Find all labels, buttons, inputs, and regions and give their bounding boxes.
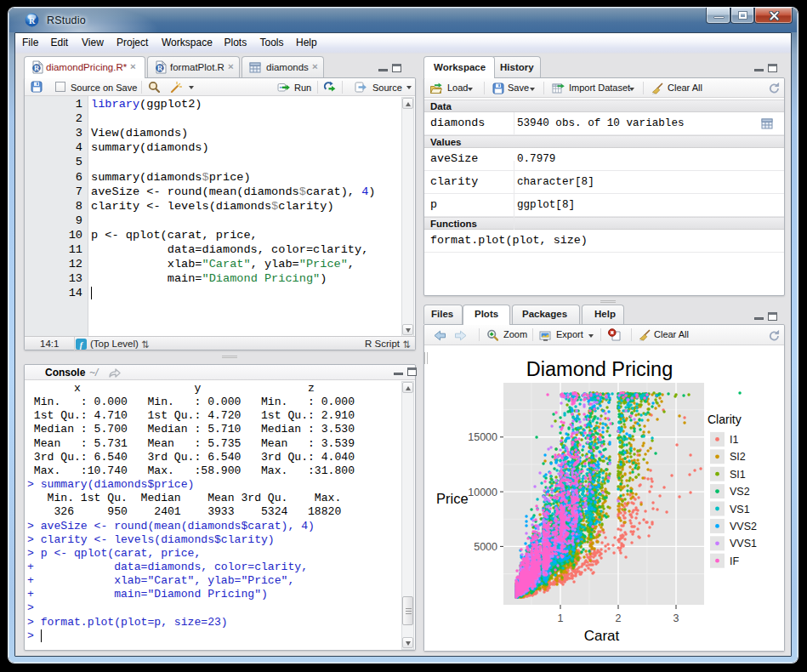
svg-text:Clarity: Clarity [708,413,742,426]
svg-text:IF: IF [730,555,739,567]
svg-text:I1: I1 [730,434,738,446]
svg-text:Diamond Pricing: Diamond Pricing [526,358,673,380]
svg-text:5000: 5000 [474,541,497,553]
svg-text:15000: 15000 [468,431,497,443]
svg-text:1: 1 [558,612,564,624]
svg-text:VS2: VS2 [730,486,750,498]
svg-text:R: R [34,64,40,72]
svg-text:SI2: SI2 [730,451,746,463]
svg-text:R: R [29,16,36,26]
svg-text:Carat: Carat [584,628,620,644]
svg-text:2: 2 [616,612,622,624]
svg-text:10000: 10000 [468,487,497,498]
svg-text:R: R [157,64,163,72]
svg-text:Price: Price [436,491,469,506]
svg-text:VS1: VS1 [730,504,750,515]
svg-text:3: 3 [673,612,679,624]
svg-text:VVS2: VVS2 [730,521,757,532]
svg-text:VVS1: VVS1 [730,538,757,550]
svg-text:SI1: SI1 [730,469,746,481]
